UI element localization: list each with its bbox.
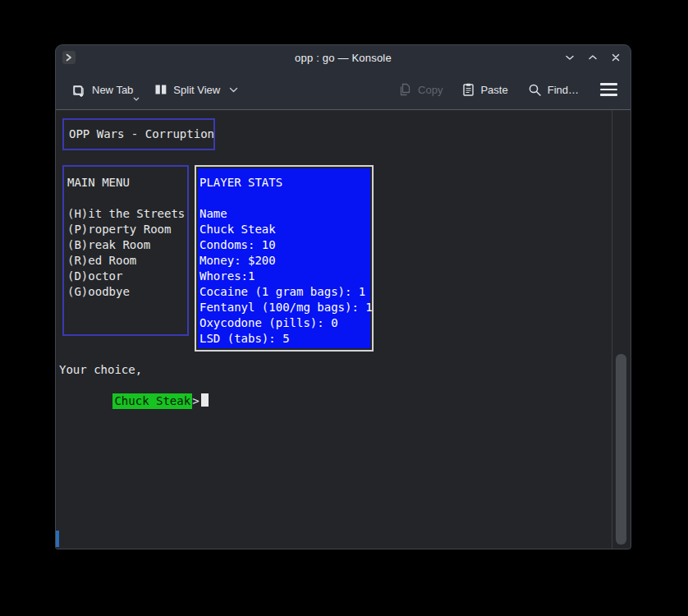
player-stats-title: PLAYER STATS xyxy=(200,175,370,191)
terminal-view[interactable]: OPP Wars - Corruption MAIN MENU (H)it th… xyxy=(56,109,631,549)
stat-money: Money: $200 xyxy=(200,253,370,269)
main-menu-lines: MAIN MENU (H)it the Streets (P)roperty R… xyxy=(67,175,185,300)
stat-whores: Whores:1 xyxy=(200,269,370,284)
scrollbar-thumb[interactable] xyxy=(616,354,626,545)
menu-button[interactable] xyxy=(597,78,621,101)
split-view-chevron-icon xyxy=(229,87,238,93)
stat-lsd: LSD (tabs): 5 xyxy=(200,331,370,347)
prompt-suffix: > xyxy=(192,394,199,407)
desktop-background: opp : go — Konsole New Tab xyxy=(0,0,688,616)
blank-line xyxy=(67,191,185,206)
scrollbar-track[interactable] xyxy=(612,110,631,549)
copy-icon xyxy=(399,83,412,96)
search-icon xyxy=(528,83,542,97)
player-name-highlight: Chuck Steak xyxy=(112,393,192,409)
game-title-text: OPP Wars - Corruption xyxy=(69,126,214,142)
paste-icon xyxy=(462,83,475,96)
stat-condoms: Condoms: 10 xyxy=(200,237,370,253)
window-controls xyxy=(563,45,622,70)
menu-item-doctor: (D)octor xyxy=(67,269,185,284)
menu-item-red-room: (R)ed Room xyxy=(67,253,185,269)
menu-item-hit-the-streets: (H)it the Streets xyxy=(67,206,185,222)
new-tab-icon xyxy=(72,83,86,97)
find-button[interactable]: Find… xyxy=(521,78,585,102)
maximize-button[interactable] xyxy=(586,51,599,64)
close-button[interactable] xyxy=(609,51,622,64)
new-tab-caret-icon xyxy=(133,97,140,101)
find-label: Find… xyxy=(548,84,579,96)
konsole-app-icon xyxy=(62,51,76,64)
stat-name-value: Chuck Steak xyxy=(200,222,370,237)
stat-name-label: Name xyxy=(200,206,370,222)
main-menu-box: MAIN MENU (H)it the Streets (P)roperty R… xyxy=(62,165,189,336)
terminal-cursor xyxy=(201,393,209,407)
konsole-window: opp : go — Konsole New Tab xyxy=(56,45,631,549)
copy-button[interactable]: Copy xyxy=(392,78,449,101)
player-stats-box: PLAYER STATS Name Chuck Steak Condoms: 1… xyxy=(195,165,374,352)
blank-line xyxy=(200,191,370,206)
player-stats-fill: PLAYER STATS Name Chuck Steak Condoms: 1… xyxy=(198,168,370,348)
split-view-label: Split View xyxy=(173,84,220,96)
output-indicator xyxy=(56,531,59,547)
prompt-line2: Chuck Steak> xyxy=(57,378,209,393)
menu-item-goodbye: (G)oodbye xyxy=(67,284,185,300)
paste-button[interactable]: Paste xyxy=(456,78,514,101)
prompt-line1: Your choice, xyxy=(59,362,142,378)
menu-item-property-room: (P)roperty Room xyxy=(67,222,185,237)
main-menu-title: MAIN MENU xyxy=(67,175,185,191)
copy-label: Copy xyxy=(418,84,443,96)
window-title: opp : go — Konsole xyxy=(56,52,631,64)
stat-oxycodone: Oxycodone (pills): 0 xyxy=(200,315,370,331)
minimize-button[interactable] xyxy=(563,51,576,64)
toolbar: New Tab Split View Copy xyxy=(56,70,631,109)
stat-cocaine: Cocaine (1 gram bags): 1 xyxy=(200,284,370,300)
new-tab-label: New Tab xyxy=(92,84,133,96)
split-view-icon xyxy=(154,83,167,96)
split-view-button[interactable]: Split View xyxy=(148,78,245,101)
titlebar[interactable]: opp : go — Konsole xyxy=(56,45,631,70)
menu-item-break-room: (B)reak Room xyxy=(67,237,185,253)
stat-fentanyl: Fentanyl (100/mg bags): 1 xyxy=(200,300,370,315)
new-tab-button[interactable]: New Tab xyxy=(66,78,140,102)
game-title-box: OPP Wars - Corruption xyxy=(62,118,215,150)
paste-label: Paste xyxy=(480,84,507,96)
